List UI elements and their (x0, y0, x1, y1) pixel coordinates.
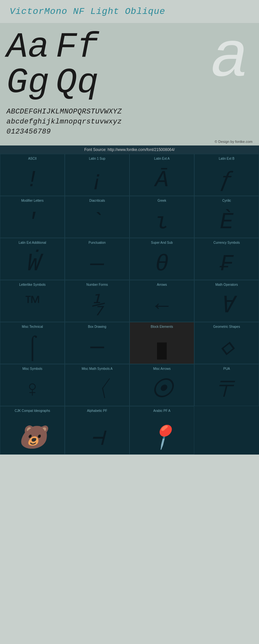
glyph-cell: Misc Math Symbols A〈 (65, 364, 130, 406)
glyph-char: ← (155, 295, 169, 318)
glyph-char: θ (155, 253, 169, 276)
glyph-char: ◇ (220, 337, 233, 360)
glyph-char: ™ (26, 295, 39, 318)
glyph-label: Box Drawing (68, 325, 127, 328)
header-section: VictorMono NF Light Oblique (0, 0, 259, 23)
glyph-char: — (90, 253, 104, 276)
glyph-cell: Geometric Shapes◇ (194, 322, 259, 364)
glyph-cell: CJK Compat Ideographs🐻 (0, 406, 65, 455)
alphabet-section: ABCDEFGHIJKLMNOPQRSTUVWXYZ abcdefghijklm… (0, 104, 259, 138)
glyph-char: █ (157, 344, 167, 360)
glyph-char: 📍 (148, 428, 176, 450)
glyph-label: Number Forms (68, 283, 127, 286)
glyph-cell: Box Drawing─ (65, 322, 130, 364)
glyph-char: ⦿ (151, 379, 173, 402)
big-letter-gg: Gg (6, 65, 49, 101)
glyph-cell: Math Operators∀ (194, 280, 259, 322)
glyph-label: Misc Math Symbols A (68, 367, 127, 370)
glyph-cell: Diacriticals` (65, 196, 130, 238)
glyph-char: Ā (155, 169, 169, 192)
glyph-char: ⊣ (90, 428, 104, 450)
glyph-char: 〒 (215, 379, 238, 402)
glyph-char: ⌠ (26, 337, 39, 360)
glyph-char: ƒ (220, 169, 233, 192)
source-label: Font Source: http://www.fontke.com/font/… (84, 147, 175, 152)
glyph-label: Latin Ext A (132, 157, 191, 160)
glyph-cell: Arabic PF A📍 (130, 406, 194, 455)
glyph-cell: ASCII! (0, 154, 65, 196)
glyph-label: Super And Sub (132, 241, 191, 244)
glyph-cell: Misc Arrows⦿ (130, 364, 194, 406)
glyph-label: Modifier Letters (3, 199, 62, 202)
glyph-char: ` (90, 211, 104, 234)
glyph-label: ASCII (3, 157, 62, 160)
glyph-label: Punctuation (68, 241, 127, 244)
big-letter-ff: Ff (56, 29, 98, 65)
glyph-grid: ASCII!Latin 1 Sup¡Latin Ext AĀLatin Ext … (0, 154, 259, 455)
glyph-label: Math Operators (197, 283, 256, 286)
glyph-label: Latin Ext B (197, 157, 256, 160)
glyph-cell: Misc Symbols♀ (0, 364, 65, 406)
glyph-label: Letterlike Symbols (3, 283, 62, 286)
alphabet-upper: ABCDEFGHIJKLMNOPQRSTUVWXYZ (6, 107, 253, 117)
glyph-char: ♀ (26, 379, 39, 402)
glyph-char: ' (26, 211, 39, 234)
glyph-label: Latin 1 Sup (68, 157, 127, 160)
glyph-char: 🐻 (18, 428, 47, 450)
specimen-box: Aa Ff Gg Qq a (0, 23, 259, 104)
glyph-char: ∀ (220, 295, 233, 318)
glyph-cell: Letterlike Symbols™ (0, 280, 65, 322)
glyph-cell: Latin Ext AdditionalẆ (0, 238, 65, 280)
font-title: VictorMono NF Light Oblique (10, 6, 249, 16)
glyph-char: Ẇ (26, 253, 39, 276)
digits: 0123456789 (6, 127, 253, 137)
glyph-cell: PUA〒 (194, 364, 259, 406)
glyph-cell: Block Elements█ (130, 322, 194, 364)
big-letter-qq: Qq (56, 65, 98, 101)
glyph-char: È (220, 211, 233, 234)
glyph-char: ─ (90, 337, 104, 360)
large-chars: Aa Ff Gg Qq a (6, 29, 253, 101)
glyph-cell: Latin Ext AĀ (130, 154, 194, 196)
alphabet-lower: abcdefghijklmnopqrstuvwxyz (6, 117, 253, 127)
glyph-char: ¡ (90, 169, 104, 192)
glyph-char: ⅐ (90, 295, 104, 318)
glyph-cell: Currency Symbols₣ (194, 238, 259, 280)
glyph-char: ι (155, 211, 169, 234)
glyph-cell: CyrilicÈ (194, 196, 259, 238)
glyph-label: CJK Compat Ideographs (3, 409, 62, 413)
glyph-cell: Greekι (130, 196, 194, 238)
glyph-label: Cyrilic (197, 199, 256, 202)
glyph-cell: Misc Technical⌠ (0, 322, 65, 364)
glyph-label: Alphabetic PF (68, 409, 127, 413)
glyph-cell: Arrows← (130, 280, 194, 322)
glyph-label: Greek (132, 199, 191, 202)
glyph-label: Latin Ext Additional (3, 241, 62, 244)
glyph-cell: Latin 1 Sup¡ (65, 154, 130, 196)
glyph-label: Currency Symbols (197, 241, 256, 244)
source-bar: Font Source: http://www.fontke.com/font/… (0, 145, 259, 154)
glyph-label: Misc Technical (3, 325, 62, 328)
big-letter-aa: Aa (6, 29, 49, 65)
glyph-label: Misc Arrows (132, 367, 191, 370)
ghost-char: a (210, 26, 249, 91)
glyph-cell: Number Forms⅐ (65, 280, 130, 322)
glyph-label: Geometric Shapes (197, 325, 256, 328)
glyph-char: ₣ (220, 253, 233, 276)
glyph-label: PUA (197, 367, 256, 370)
glyph-label: Misc Symbols (3, 367, 62, 370)
glyph-label: Arrows (132, 283, 191, 286)
glyph-cell: Modifier Letters' (0, 196, 65, 238)
glyph-label: Block Elements (132, 325, 191, 328)
credit-text: © Design by fontke.com (215, 140, 253, 144)
credits: © Design by fontke.com (0, 138, 259, 145)
glyph-label: Diacriticals (68, 199, 127, 202)
glyph-label: Arabic PF A (132, 409, 191, 413)
glyph-cell: Latin Ext Bƒ (194, 154, 259, 196)
glyph-cell: Alphabetic PF⊣ (65, 406, 130, 455)
glyph-cell: Punctuation— (65, 238, 130, 280)
glyph-char: ! (26, 169, 39, 192)
glyph-char: 〈 (86, 379, 108, 402)
glyph-cell: Super And Subθ (130, 238, 194, 280)
